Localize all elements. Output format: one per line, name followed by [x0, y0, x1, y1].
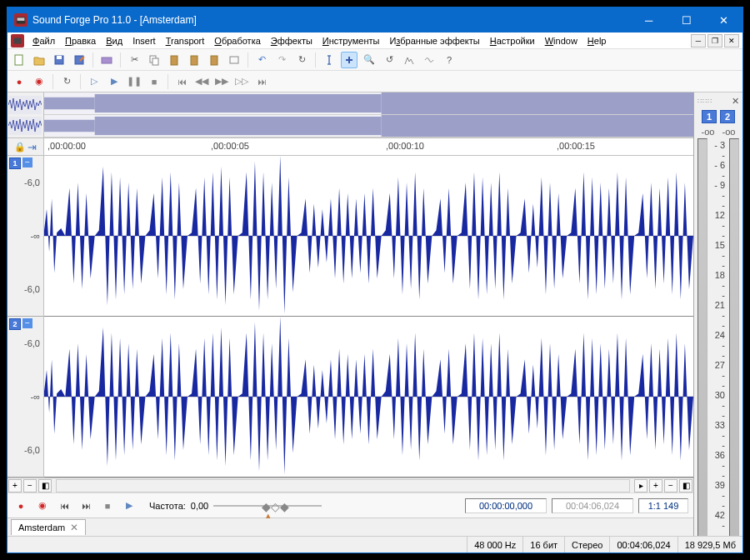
play-2[interactable]: ▶ [121, 498, 138, 514]
go-start-2[interactable]: ⏮ [56, 498, 72, 514]
menu-file[interactable]: Файл [28, 34, 60, 48]
rewind-button[interactable]: ◀◀ [193, 73, 210, 90]
loop-button[interactable]: ↻ [58, 73, 75, 90]
time-length[interactable]: 00:04:06,024 [552, 498, 633, 513]
mix-button[interactable] [206, 52, 222, 68]
saveas-button[interactable] [71, 52, 88, 68]
copy-button[interactable] [146, 52, 162, 68]
zoom-ratio[interactable]: 1:1 149 [638, 498, 688, 513]
repeat-button[interactable]: ↻ [293, 52, 310, 68]
record-arm-2[interactable]: ◉ [34, 498, 51, 514]
play-button[interactable]: ▶ [106, 73, 122, 90]
titlebar[interactable]: Sound Forge Pro 11.0 - [Amsterdam] ─ ☐ ✕ [8, 8, 742, 32]
cut-button[interactable]: ✂ [126, 52, 142, 68]
redo-button[interactable]: ↷ [273, 52, 290, 68]
timeline-scale[interactable]: ,00:00:00 ,00:00:05 ,00:00:10 ,00:00:15 [44, 138, 693, 155]
pencil-tool[interactable]: ↺ [381, 52, 398, 68]
skip-button[interactable]: ▷▷ [233, 73, 250, 90]
status-samplerate[interactable]: 48 000 Hz [467, 537, 522, 552]
channel-collapse-1[interactable]: − [22, 158, 32, 168]
time-ruler[interactable]: 🔒 ⇥ ,00:00:00 ,00:00:05 ,00:00:10 ,00:00… [8, 138, 693, 156]
envelope-tool[interactable] [421, 52, 438, 68]
track-header-1[interactable]: 1 − -6,0 -∞ -6,0 [8, 156, 43, 317]
snap-icon[interactable]: ⇥ [28, 141, 37, 153]
open-button[interactable] [31, 52, 48, 68]
file-tab-amsterdam[interactable]: Amsterdam ✕ [11, 519, 86, 535]
channel-badge-2[interactable]: 2 [9, 318, 21, 330]
menu-edit[interactable]: Правка [60, 34, 101, 48]
new-button[interactable] [11, 52, 28, 68]
mdi-restore[interactable]: ❐ [708, 34, 722, 48]
record-arm-button[interactable]: ◉ [31, 73, 48, 90]
undo-button[interactable]: ↶ [253, 52, 270, 68]
render-button[interactable] [98, 52, 115, 68]
go-end-button[interactable]: ⏭ [253, 73, 270, 90]
file-tabs: Amsterdam ✕ [8, 518, 693, 536]
status-length[interactable]: 00:04:06,024 [609, 537, 677, 552]
tracks-waveform[interactable] [44, 156, 693, 478]
meter-ch2-badge[interactable]: 2 [720, 110, 735, 123]
forward-button[interactable]: ▶▶ [213, 73, 230, 90]
scroll-right[interactable]: ▸ [634, 479, 648, 492]
meter-bar-1[interactable] [698, 138, 708, 536]
rate-slider[interactable]: ◆◇◆ ▴ [213, 498, 322, 513]
menu-view[interactable]: Вид [101, 34, 128, 48]
help-button[interactable]: ? [441, 52, 458, 68]
menu-options[interactable]: Настройки [485, 34, 540, 48]
record-button[interactable]: ● [11, 73, 28, 90]
waveform-channel-2[interactable] [44, 317, 693, 478]
meter-bar-2[interactable] [729, 138, 739, 536]
waveform-channel-1[interactable] [44, 156, 693, 317]
meter-ch1-badge[interactable]: 1 [702, 110, 717, 123]
grip-icon[interactable]: ∷∷∷ [698, 98, 712, 105]
minimize-button[interactable]: ─ [630, 8, 668, 32]
close-tab-icon[interactable]: ✕ [70, 522, 78, 533]
paste-button[interactable] [166, 52, 182, 68]
window-title: Sound Forge Pro 11.0 - [Amsterdam] [32, 14, 630, 26]
menu-tools[interactable]: Инструменты [318, 34, 385, 48]
channel-badge-1[interactable]: 1 [9, 158, 21, 169]
time-position[interactable]: 00:00:00,000 [465, 498, 547, 513]
stop-2[interactable]: ■ [99, 498, 116, 514]
go-end-2[interactable]: ⏭ [78, 498, 94, 514]
vzoom-in[interactable]: + [8, 479, 22, 492]
go-start-button[interactable]: ⏮ [173, 73, 190, 90]
magnify-tool[interactable] [341, 52, 358, 68]
pause-button[interactable]: ❚❚ [126, 73, 142, 90]
mdi-minimize[interactable]: ─ [691, 34, 706, 48]
vzoom-out[interactable]: − [23, 479, 37, 492]
event-tool[interactable] [401, 52, 418, 68]
status-storage[interactable]: 18 929,5 Мб [678, 537, 742, 552]
menu-insert[interactable]: Insert [128, 34, 161, 48]
edit-tool[interactable] [321, 52, 338, 68]
menu-help[interactable]: Help [582, 34, 612, 48]
status-bitdepth[interactable]: 16 бит [522, 537, 564, 552]
paste-new-button[interactable] [186, 52, 202, 68]
meter-close-icon[interactable]: ✕ [732, 96, 739, 107]
menu-window[interactable]: Window [540, 34, 582, 48]
maximize-button[interactable]: ☐ [668, 8, 705, 32]
channel-collapse-2[interactable]: − [22, 318, 32, 328]
level-icon[interactable]: ◧ [38, 479, 52, 492]
stop-button[interactable]: ■ [146, 73, 162, 90]
zoom-fit[interactable]: ◧ [679, 479, 692, 492]
h-scrollbar[interactable] [56, 479, 630, 492]
trim-button[interactable] [226, 52, 242, 68]
record-button-2[interactable]: ● [12, 498, 29, 514]
status-channels[interactable]: Стерео [564, 537, 609, 552]
scale-label: -6,0 [24, 284, 40, 294]
hzoom-out[interactable]: − [664, 479, 678, 492]
overview-waveform[interactable] [44, 92, 693, 138]
hzoom-in[interactable]: + [649, 479, 662, 492]
menu-transport[interactable]: Transport [161, 34, 210, 48]
menu-favorites[interactable]: Избранные эффекты [384, 34, 484, 48]
track-header-2[interactable]: 2 − -6,0 -∞ -6,0 [8, 317, 43, 478]
menu-effects[interactable]: Эффекты [266, 34, 318, 48]
save-button[interactable] [51, 52, 68, 68]
close-button[interactable]: ✕ [705, 8, 742, 32]
menu-process[interactable]: Обработка [209, 34, 265, 48]
play-all-button[interactable]: ▷ [86, 73, 102, 90]
zoom-tool[interactable]: 🔍 [361, 52, 378, 68]
lock-icon[interactable]: 🔒 [14, 142, 26, 152]
mdi-close[interactable]: ✕ [724, 34, 739, 48]
